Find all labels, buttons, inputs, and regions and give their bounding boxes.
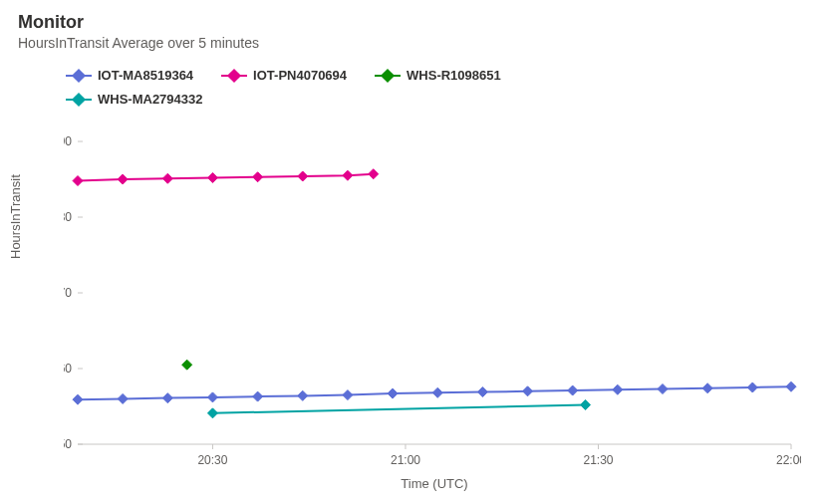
data-point[interactable] [182, 360, 192, 370]
y-tick-label: 80 [64, 210, 72, 224]
page-subtitle: HoursInTransit Average over 5 minutes [18, 35, 800, 51]
legend-item-1[interactable]: IOT-PN4070694 [221, 65, 347, 87]
data-point[interactable] [253, 391, 263, 401]
data-point[interactable] [432, 387, 442, 397]
legend-item-3[interactable]: WHS-MA2794332 [66, 89, 203, 111]
legend-label: WHS-MA2794332 [98, 89, 203, 111]
data-point[interactable] [613, 384, 623, 394]
data-point[interactable] [581, 399, 591, 409]
data-point[interactable] [747, 382, 757, 392]
y-tick-label: 90 [64, 135, 72, 148]
data-point[interactable] [118, 393, 128, 403]
x-axis-title: Time (UTC) [401, 476, 467, 491]
legend-marker-icon [66, 70, 92, 82]
y-axis-title: HoursInTransit [8, 174, 23, 259]
x-tick-label: 21:00 [391, 453, 420, 467]
data-point[interactable] [343, 390, 353, 400]
y-tick-label: 50 [64, 437, 72, 451]
page-title: Monitor [18, 12, 800, 33]
data-point[interactable] [702, 383, 712, 393]
chart-svg: 506070809020:3021:0021:3022:00Time (UTC) [64, 135, 801, 494]
data-point[interactable] [73, 176, 83, 186]
data-point[interactable] [388, 388, 398, 398]
data-point[interactable] [298, 171, 308, 181]
data-point[interactable] [786, 381, 796, 391]
y-tick-label: 60 [64, 362, 72, 376]
chart-legend: IOT-MA8519364IOT-PN4070694WHS-R1098651WH… [66, 65, 802, 113]
data-point[interactable] [118, 174, 128, 184]
legend-item-2[interactable]: WHS-R1098651 [375, 65, 501, 87]
data-point[interactable] [162, 173, 172, 183]
chart-plot-area: 506070809020:3021:0021:3022:00Time (UTC) [64, 135, 801, 454]
data-point[interactable] [298, 390, 308, 400]
data-point[interactable] [477, 387, 487, 397]
series-line-3 [213, 405, 586, 413]
x-tick-label: 21:30 [583, 453, 613, 467]
legend-label: IOT-PN4070694 [253, 65, 347, 87]
legend-item-0[interactable]: IOT-MA8519364 [66, 65, 193, 87]
data-point[interactable] [658, 384, 668, 394]
data-point[interactable] [253, 172, 263, 182]
data-point[interactable] [162, 393, 172, 403]
legend-marker-icon [66, 94, 92, 106]
data-point[interactable] [523, 386, 533, 396]
data-point[interactable] [73, 394, 83, 404]
data-point[interactable] [343, 170, 353, 180]
data-point[interactable] [568, 385, 578, 395]
data-point[interactable] [207, 172, 217, 182]
x-tick-label: 22:00 [776, 453, 801, 467]
data-point[interactable] [207, 392, 217, 402]
legend-label: WHS-R1098651 [407, 65, 501, 87]
y-tick-label: 70 [64, 286, 72, 300]
legend-label: IOT-MA8519364 [98, 65, 193, 87]
legend-marker-icon [375, 70, 401, 82]
x-tick-label: 20:30 [197, 453, 227, 467]
data-point[interactable] [369, 169, 379, 179]
data-point[interactable] [207, 408, 217, 418]
legend-marker-icon [221, 70, 247, 82]
